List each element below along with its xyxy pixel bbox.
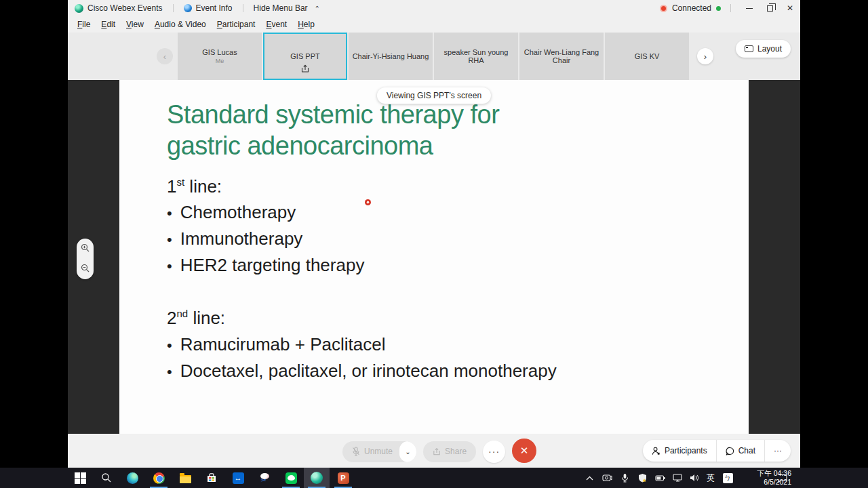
unmute-button[interactable]: Unmute	[342, 441, 399, 462]
slide-bullet: • Immunotherapy	[167, 228, 302, 251]
menu-participant[interactable]: Participant	[212, 18, 261, 31]
participants-button[interactable]: Participants	[643, 440, 716, 462]
leave-meeting-button[interactable]: ✕	[512, 439, 536, 463]
tray-network-icon[interactable]	[669, 468, 686, 488]
webex-taskbar-icon[interactable]	[304, 468, 330, 488]
menubar: File Edit View Audio & Video Participant…	[68, 16, 800, 33]
slide-section-1st-line: 1st line:	[167, 176, 222, 197]
minimize-button[interactable]	[739, 0, 760, 16]
chevron-up-icon[interactable]: ⌃	[315, 5, 320, 12]
unmute-label: Unmute	[364, 447, 393, 456]
line-icon[interactable]	[278, 468, 304, 488]
more-panels-button[interactable]: ···	[764, 440, 791, 462]
participant-name: speaker Sun young RHA	[434, 48, 518, 64]
divider	[730, 4, 731, 12]
participant-sub-label: Me	[216, 58, 224, 64]
microsoft-store-icon[interactable]	[199, 468, 224, 488]
file-explorer-icon[interactable]	[172, 468, 198, 488]
action-center-icon[interactable]	[773, 468, 791, 488]
chat-icon	[726, 447, 734, 455]
app-title: Cisco Webex Events	[87, 3, 163, 13]
participant-tile[interactable]: Chair Wen-Liang Fang Chair	[519, 33, 604, 80]
chat-label: Chat	[738, 446, 755, 455]
teamviewer-icon[interactable]: ↔	[225, 468, 251, 488]
meeting-controlbar: Unmute ⌄ Share ··· ✕ Participants Chat ·…	[68, 434, 800, 468]
tray-volume-icon[interactable]	[686, 468, 703, 488]
titlebar: Cisco Webex Events Event Info Hide Menu …	[68, 0, 800, 16]
event-info-icon	[184, 4, 192, 12]
presentation-slide: Standard systemic therapy for gastric ad…	[119, 80, 749, 434]
webex-logo-icon	[75, 4, 83, 13]
viewing-screen-banner: Viewing GIS PPT's screen	[377, 87, 491, 104]
restore-button[interactable]	[760, 0, 780, 16]
connection-status: Connected	[672, 3, 711, 13]
participant-tile-presenting[interactable]: GIS PPT	[263, 33, 347, 80]
tray-ime-language[interactable]: 英	[702, 468, 719, 488]
mic-muted-icon	[352, 447, 360, 456]
tray-expand-chevron[interactable]	[580, 468, 598, 488]
participant-filmstrip: ‹ GIS Lucas Me GIS PPT Chair-Yi-Hsiang H…	[68, 33, 800, 80]
powerpoint-icon[interactable]: P	[330, 468, 356, 488]
bullet-icon: •	[167, 334, 172, 357]
participant-name: Chair Wen-Liang Fang Chair	[519, 48, 604, 64]
search-button[interactable]	[94, 468, 119, 488]
chat-button[interactable]: Chat	[716, 440, 764, 462]
participant-tile[interactable]: Chair-Yi-Hsiang Huang	[349, 33, 433, 80]
participant-tile[interactable]: speaker Sun young RHA	[434, 33, 518, 80]
tray-ime-mode[interactable]: ㄅ	[719, 468, 736, 488]
tray-camera-icon[interactable]	[598, 468, 616, 488]
menu-file[interactable]: File	[72, 18, 96, 31]
share-icon	[433, 447, 441, 456]
edge-icon[interactable]	[119, 468, 145, 488]
record-status-icon	[660, 5, 667, 12]
tray-microphone-icon[interactable]	[616, 468, 633, 488]
bullet-icon: •	[167, 202, 172, 225]
tray-battery-icon[interactable]	[651, 468, 669, 488]
shared-screen-stage: Standard systemic therapy for gastric ad…	[68, 80, 800, 434]
participant-tile[interactable]: GIS KV	[605, 33, 689, 80]
start-button[interactable]	[67, 468, 93, 488]
windows-taskbar: ↔ ✂ P 英 ㄅ 下午 04:36 6/5/2021	[0, 468, 868, 488]
divider	[243, 4, 243, 12]
audio-options-caret[interactable]: ⌄	[399, 441, 416, 462]
zoom-controls	[77, 239, 94, 279]
slide-bullet: • Docetaxel, paclitaxel, or irinotecan m…	[167, 361, 557, 384]
event-info-button[interactable]: Event Info	[196, 3, 233, 13]
slide-bullet: • HER2 targeting therapy	[167, 255, 364, 278]
panel-buttons: Participants Chat ···	[643, 440, 791, 462]
participant-tile[interactable]: GIS Lucas Me	[178, 33, 262, 80]
hide-menu-bar-button[interactable]: Hide Menu Bar	[254, 3, 308, 13]
layout-label: Layout	[757, 44, 782, 54]
layout-button[interactable]: Layout	[736, 40, 791, 58]
share-button[interactable]: Share	[423, 441, 476, 462]
unmute-group: Unmute ⌄	[342, 441, 416, 462]
tray-security-shield-icon[interactable]	[633, 468, 651, 488]
chrome-icon[interactable]	[146, 468, 172, 488]
menu-audio-video[interactable]: Audio & Video	[149, 18, 212, 31]
menu-view[interactable]: View	[121, 18, 149, 31]
menu-edit[interactable]: Edit	[96, 18, 121, 31]
bullet-icon: •	[167, 228, 172, 251]
participants-label: Participants	[665, 446, 707, 455]
share-label: Share	[445, 447, 467, 456]
webex-window: Cisco Webex Events Event Info Hide Menu …	[68, 0, 800, 468]
zoom-in-button[interactable]	[81, 243, 90, 255]
screen-share-icon	[301, 64, 310, 76]
zoom-out-button[interactable]	[81, 263, 90, 275]
layout-icon	[745, 45, 753, 52]
participant-name: Chair-Yi-Hsiang Huang	[350, 52, 432, 60]
participant-name: GIS PPT	[288, 52, 322, 60]
slide-section-2nd-line: 2nd line:	[167, 308, 225, 329]
participants-icon	[652, 447, 660, 455]
laser-pointer-dot	[365, 199, 371, 205]
more-options-button[interactable]: ···	[483, 441, 505, 463]
close-button[interactable]: ✕	[780, 0, 800, 16]
menu-event[interactable]: Event	[260, 18, 292, 31]
snipping-app-icon[interactable]: ✂	[252, 468, 277, 488]
filmstrip-next-button[interactable]: ›	[697, 48, 713, 64]
slide-title: Standard systemic therapy for gastric ad…	[167, 99, 574, 161]
filmstrip-prev-button[interactable]: ‹	[157, 48, 173, 64]
slide-bullet: • Chemotherapy	[167, 202, 296, 225]
connected-dot-icon	[716, 6, 721, 11]
menu-help[interactable]: Help	[292, 18, 320, 31]
